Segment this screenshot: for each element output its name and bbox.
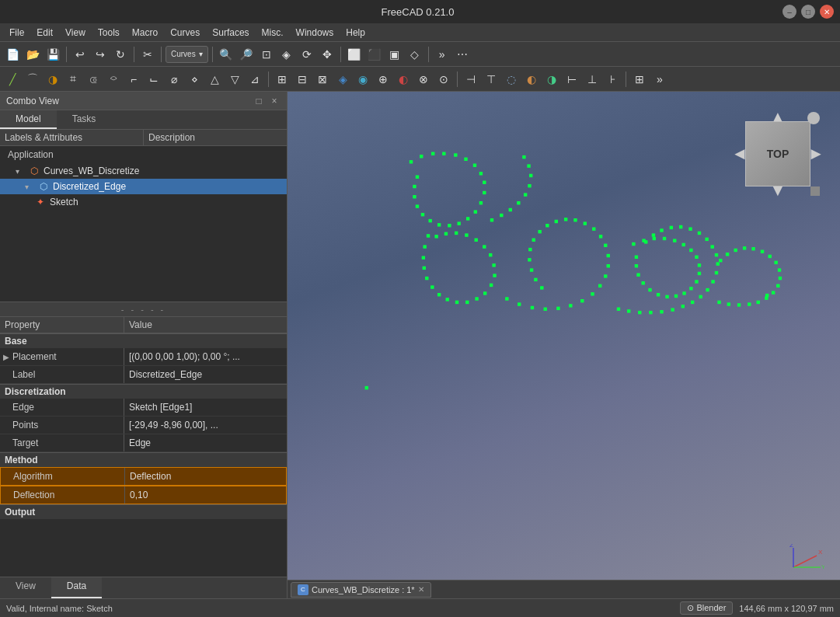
refresh-button[interactable]: ↻ xyxy=(111,45,130,64)
svg-rect-100 xyxy=(635,256,638,259)
misc-tool-6[interactable]: ⊢ xyxy=(563,70,581,89)
axes-svg: X Y Z xyxy=(786,544,824,575)
prop-row-points[interactable]: Points [-29,49 -8,96 0,00], ... xyxy=(0,417,287,434)
new-file-button[interactable]: 📄 xyxy=(3,45,22,64)
view-iso-button[interactable]: ◇ xyxy=(406,45,424,64)
misc-tool-1[interactable]: ⊣ xyxy=(462,70,480,89)
close-button[interactable]: ✕ xyxy=(820,5,834,19)
select-button[interactable]: ◈ xyxy=(277,45,296,64)
svg-rect-11 xyxy=(474,210,477,213)
prop-row-target[interactable]: Target Edge xyxy=(0,434,287,452)
undo-button[interactable]: ↩ xyxy=(71,45,89,64)
viewport[interactable]: ▲ ▼ ◄ ► TOP X Y Z xyxy=(288,92,840,598)
misc-tool-7[interactable]: ⊥ xyxy=(583,70,601,89)
surfaces-tool-2[interactable]: ⊟ xyxy=(293,70,312,89)
view-top-button[interactable]: ⬛ xyxy=(365,45,384,64)
menu-view[interactable]: View xyxy=(59,26,92,40)
curves-tool-13[interactable]: ⊿ xyxy=(246,70,264,89)
pan-button[interactable]: ✥ xyxy=(318,45,336,64)
viewport-tab-curves[interactable]: C Curves_WB_Discretize : 1* ✕ xyxy=(291,582,431,598)
menu-tools[interactable]: Tools xyxy=(92,26,126,40)
tab-view[interactable]: View xyxy=(0,577,51,598)
prop-row-deflection[interactable]: Deflection 0,10 xyxy=(0,486,287,504)
curves-tool-9[interactable]: ⌀ xyxy=(165,70,183,89)
tree-item-sketch[interactable]: ✦ Sketch xyxy=(0,194,287,210)
separator-1 xyxy=(66,47,67,62)
viewport-dimensions: 144,66 mm x 120,97 mm xyxy=(739,604,834,613)
grid-toggle-button[interactable]: ⊞ xyxy=(630,70,649,89)
view-front-button[interactable]: ⬜ xyxy=(345,45,364,64)
viewport-tab-close[interactable]: ✕ xyxy=(418,585,424,594)
curves-tool-5[interactable]: ⟃ xyxy=(84,70,103,89)
more-button[interactable]: » xyxy=(433,45,451,64)
cut-button[interactable]: ✂ xyxy=(138,45,157,64)
curves-tool-11[interactable]: △ xyxy=(205,70,224,89)
svg-rect-62 xyxy=(604,274,607,277)
misc-tool-3[interactable]: ◌ xyxy=(502,70,521,89)
curves-tool-7[interactable]: ⌐ xyxy=(124,70,143,89)
surfaces-tool-3[interactable]: ⊠ xyxy=(313,70,332,89)
menu-macro[interactable]: Macro xyxy=(126,26,164,40)
misc-tool-5[interactable]: ◑ xyxy=(542,70,561,89)
zoom-fit-button[interactable]: ⊡ xyxy=(257,45,276,64)
menu-edit[interactable]: Edit xyxy=(30,26,59,40)
rotate-button[interactable]: ⟳ xyxy=(298,45,316,64)
svg-rect-42 xyxy=(483,291,486,295)
tree-item-curves-wb[interactable]: ▾ ⬡ Curves_WB_Discretize xyxy=(0,163,287,179)
surfaces-tool-1[interactable]: ⊞ xyxy=(273,70,291,89)
curves-tool-10[interactable]: ⋄ xyxy=(185,70,204,89)
more-tools-button[interactable]: » xyxy=(650,70,669,89)
misc-tool-4[interactable]: ◐ xyxy=(522,70,541,89)
curves-tool-4[interactable]: ⌗ xyxy=(64,70,82,89)
tab-tasks[interactable]: Tasks xyxy=(57,110,112,129)
minimize-button[interactable]: – xyxy=(782,5,796,19)
menu-file[interactable]: File xyxy=(3,26,30,40)
nav-cube-corner-box[interactable] xyxy=(810,186,820,196)
panel-separator[interactable]: - - - - - xyxy=(0,302,287,317)
maximize-button[interactable]: □ xyxy=(801,5,815,19)
curves-tool-8[interactable]: ⌙ xyxy=(145,70,163,89)
redo-button[interactable]: ↪ xyxy=(91,45,110,64)
open-button[interactable]: 📂 xyxy=(23,45,42,64)
surfaces-tool-7[interactable]: ◐ xyxy=(394,70,413,89)
misc-tool-8[interactable]: ⊦ xyxy=(603,70,622,89)
curves-tool-2[interactable]: ⌒ xyxy=(23,70,42,89)
prop-row-edge[interactable]: Edge Sketch [Edge1] xyxy=(0,399,287,417)
menu-help[interactable]: Help xyxy=(340,26,371,40)
svg-rect-73 xyxy=(538,230,541,233)
zoom-out-button[interactable]: 🔎 xyxy=(237,45,256,64)
tab-model[interactable]: Model xyxy=(0,110,57,129)
surfaces-tool-6[interactable]: ⊕ xyxy=(374,70,392,89)
menu-windows[interactable]: Windows xyxy=(290,26,340,40)
save-button[interactable]: 💾 xyxy=(44,45,62,64)
menu-misc[interactable]: Misc. xyxy=(256,26,290,40)
svg-rect-104 xyxy=(649,311,652,314)
workbench-dropdown[interactable]: Curves ▾ xyxy=(166,46,208,63)
surfaces-tool-4[interactable]: ◈ xyxy=(333,70,352,89)
nav-cube-corner-sphere[interactable] xyxy=(807,112,820,124)
surfaces-tool-9[interactable]: ⊙ xyxy=(434,70,453,89)
menu-curves[interactable]: Curves xyxy=(164,26,206,40)
curves-tool-3[interactable]: ◑ xyxy=(44,70,62,89)
svg-rect-33 xyxy=(422,256,425,259)
blender-button[interactable]: ⊙ Blender xyxy=(680,601,733,615)
prop-row-label[interactable]: Label Discretized_Edge xyxy=(0,366,287,384)
nav-cube-top-face[interactable]: TOP xyxy=(745,121,810,186)
view-right-button[interactable]: ▣ xyxy=(385,45,404,64)
menu-surfaces[interactable]: Surfaces xyxy=(206,26,255,40)
misc-tool-2[interactable]: ⊤ xyxy=(482,70,500,89)
curves-tool-1[interactable]: ╱ xyxy=(3,70,22,89)
extra-button[interactable]: ⋯ xyxy=(453,45,472,64)
surfaces-tool-5[interactable]: ◉ xyxy=(354,70,372,89)
combo-close-button[interactable]: × xyxy=(268,95,281,107)
prop-row-placement[interactable]: ▶ Placement [(0,00 0,00 1,00); 0,00 °; .… xyxy=(0,348,287,366)
tree-item-discretized-edge[interactable]: ▾ ⬡ Discretized_Edge xyxy=(0,179,287,194)
prop-row-algorithm[interactable]: Algorithm Deflection xyxy=(0,467,287,486)
zoom-in-button[interactable]: 🔍 xyxy=(217,45,235,64)
combo-expand-button[interactable]: □ xyxy=(253,95,265,107)
curves-tool-12[interactable]: ▽ xyxy=(225,70,244,89)
navigation-cube[interactable]: ▲ ▼ ◄ ► TOP xyxy=(731,107,824,200)
surfaces-tool-8[interactable]: ⊗ xyxy=(414,70,433,89)
curves-tool-6[interactable]: ⌔ xyxy=(104,70,123,89)
tab-data[interactable]: Data xyxy=(51,577,102,598)
